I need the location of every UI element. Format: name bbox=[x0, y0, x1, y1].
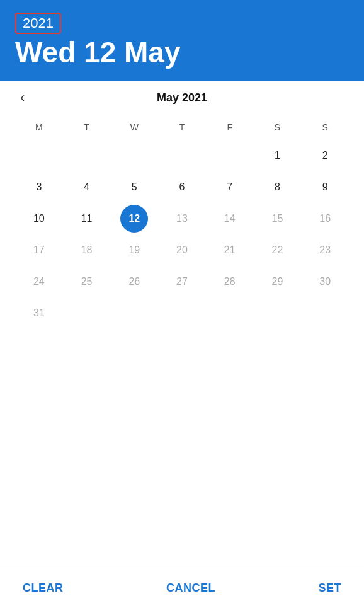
day-17[interactable]: 17 bbox=[26, 238, 52, 263]
day-26-wrapper: 26 bbox=[110, 266, 158, 297]
day-15-wrapper: 15 bbox=[254, 203, 302, 234]
day-2-wrapper: 2 bbox=[301, 140, 349, 171]
day-13[interactable]: 13 bbox=[169, 206, 195, 231]
day-22-wrapper: 22 bbox=[254, 234, 302, 266]
day-empty-6c bbox=[110, 297, 158, 329]
day-28[interactable]: 28 bbox=[217, 269, 242, 294]
day-header-tue: T bbox=[63, 117, 111, 140]
day-header-thu: T bbox=[158, 117, 206, 140]
day-20[interactable]: 20 bbox=[169, 238, 195, 263]
day-empty-6e bbox=[206, 297, 254, 329]
day-1-wrapper: 1 bbox=[254, 140, 302, 171]
day-5[interactable]: 5 bbox=[122, 175, 147, 200]
day-5-wrapper: 5 bbox=[110, 171, 158, 203]
day-11-wrapper: 11 bbox=[63, 203, 111, 234]
month-navigation: ‹ May 2021 bbox=[15, 91, 349, 105]
day-9[interactable]: 9 bbox=[312, 175, 338, 200]
day-header-wed: W bbox=[110, 117, 158, 140]
day-26[interactable]: 26 bbox=[122, 269, 147, 294]
day-empty-2 bbox=[63, 140, 111, 171]
day-empty-6f bbox=[254, 297, 302, 329]
day-1[interactable]: 1 bbox=[264, 143, 290, 168]
day-3-wrapper: 3 bbox=[15, 171, 63, 203]
day-16-wrapper: 16 bbox=[301, 203, 349, 234]
calendar-header: 2021 Wed 12 May bbox=[0, 0, 364, 81]
day-empty-5 bbox=[206, 140, 254, 171]
day-27[interactable]: 27 bbox=[169, 269, 195, 294]
prev-month-button[interactable]: ‹ bbox=[15, 87, 30, 108]
day-header-mon: M bbox=[15, 117, 63, 140]
day-10[interactable]: 10 bbox=[26, 206, 52, 231]
year-badge[interactable]: 2021 bbox=[15, 13, 61, 34]
day-11[interactable]: 11 bbox=[74, 206, 100, 231]
day-empty bbox=[217, 143, 242, 168]
day-4-wrapper: 4 bbox=[63, 171, 111, 203]
day-19-wrapper: 19 bbox=[110, 234, 158, 266]
day-29[interactable]: 29 bbox=[264, 269, 290, 294]
day-header-fri: F bbox=[206, 117, 254, 140]
day-empty bbox=[122, 143, 147, 168]
day-empty bbox=[74, 143, 100, 168]
day-header-sat: S bbox=[254, 117, 302, 140]
day-empty-4 bbox=[158, 140, 206, 171]
day-25-wrapper: 25 bbox=[63, 266, 111, 297]
day-empty-6g bbox=[301, 297, 349, 329]
day-header-sun: S bbox=[301, 117, 349, 140]
day-empty bbox=[26, 143, 52, 168]
dialog-footer: CLEAR CANCEL SET bbox=[0, 566, 364, 615]
calendar-section: ‹ May 2021 M T W T F S S 1 2 3 4 5 6 bbox=[0, 81, 364, 566]
day-6-wrapper: 6 bbox=[158, 171, 206, 203]
day-30[interactable]: 30 bbox=[312, 269, 338, 294]
day-empty-3 bbox=[110, 140, 158, 171]
day-18-wrapper: 18 bbox=[63, 234, 111, 266]
day-28-wrapper: 28 bbox=[206, 266, 254, 297]
day-24-wrapper: 24 bbox=[15, 266, 63, 297]
date-picker-dialog: 2021 Wed 12 May ‹ May 2021 M T W T F S S… bbox=[0, 0, 364, 615]
day-21-wrapper: 21 bbox=[206, 234, 254, 266]
calendar-grid: M T W T F S S 1 2 3 4 5 6 7 8 9 10 11 bbox=[15, 117, 349, 329]
day-18[interactable]: 18 bbox=[74, 238, 100, 263]
day-16[interactable]: 16 bbox=[312, 206, 338, 231]
cancel-button[interactable]: CANCEL bbox=[159, 577, 223, 600]
day-23-wrapper: 23 bbox=[301, 234, 349, 266]
day-empty-1 bbox=[15, 140, 63, 171]
day-25[interactable]: 25 bbox=[74, 269, 100, 294]
day-empty bbox=[169, 143, 195, 168]
day-9-wrapper: 9 bbox=[301, 171, 349, 203]
day-15[interactable]: 15 bbox=[264, 206, 290, 231]
day-8-wrapper: 8 bbox=[254, 171, 302, 203]
day-3[interactable]: 3 bbox=[26, 175, 52, 200]
day-20-wrapper: 20 bbox=[158, 234, 206, 266]
clear-button[interactable]: CLEAR bbox=[15, 577, 71, 600]
day-21[interactable]: 21 bbox=[217, 238, 242, 263]
day-23[interactable]: 23 bbox=[312, 238, 338, 263]
month-title: May 2021 bbox=[157, 91, 207, 105]
day-29-wrapper: 29 bbox=[254, 266, 302, 297]
day-14-wrapper: 14 bbox=[206, 203, 254, 234]
day-14[interactable]: 14 bbox=[217, 206, 242, 231]
day-17-wrapper: 17 bbox=[15, 234, 63, 266]
day-8[interactable]: 8 bbox=[264, 175, 290, 200]
set-button[interactable]: SET bbox=[310, 577, 349, 600]
day-12-selected[interactable]: 12 bbox=[120, 205, 148, 233]
day-2[interactable]: 2 bbox=[312, 143, 338, 168]
day-4[interactable]: 4 bbox=[74, 175, 100, 200]
day-empty-6d bbox=[158, 297, 206, 329]
day-22[interactable]: 22 bbox=[264, 238, 290, 263]
day-31[interactable]: 31 bbox=[26, 301, 52, 326]
day-7[interactable]: 7 bbox=[217, 175, 242, 200]
day-empty-6b bbox=[63, 297, 111, 329]
day-13-wrapper: 13 bbox=[158, 203, 206, 234]
day-10-wrapper: 10 bbox=[15, 203, 63, 234]
day-6[interactable]: 6 bbox=[169, 175, 195, 200]
day-19[interactable]: 19 bbox=[122, 238, 147, 263]
day-24[interactable]: 24 bbox=[26, 269, 52, 294]
day-27-wrapper: 27 bbox=[158, 266, 206, 297]
day-7-wrapper: 7 bbox=[206, 171, 254, 203]
header-date: Wed 12 May bbox=[15, 37, 349, 69]
day-31-wrapper: 31 bbox=[15, 297, 63, 329]
day-12-wrapper: 12 bbox=[110, 203, 158, 234]
day-30-wrapper: 30 bbox=[301, 266, 349, 297]
